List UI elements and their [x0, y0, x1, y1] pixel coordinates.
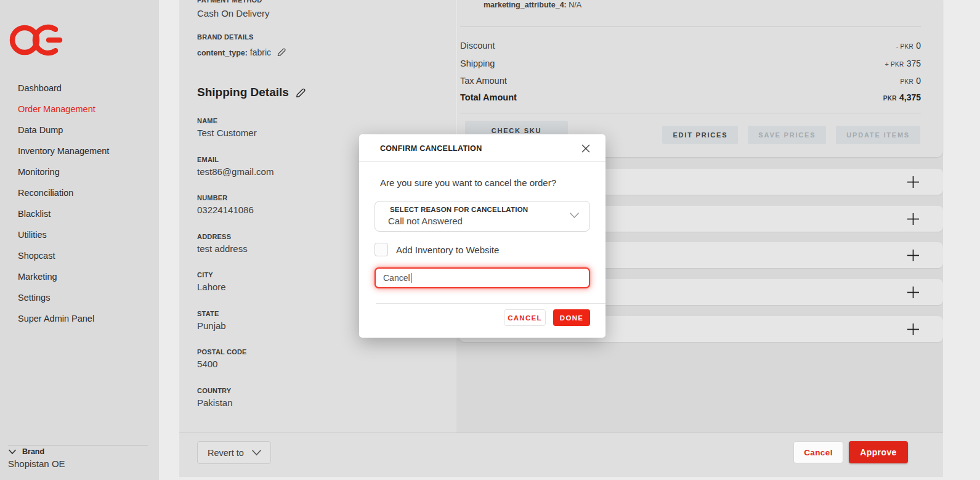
- oe-logo-icon: [8, 21, 65, 59]
- field-label: NUMBER: [197, 194, 254, 201]
- sidebar-item-reconciliation[interactable]: Reconciliation: [0, 182, 159, 203]
- currency-code: PKR: [900, 43, 913, 50]
- sidebar-item-inventory-management[interactable]: Inventory Management: [0, 140, 159, 161]
- confirm-cancellation-modal: CONFIRM CANCELLATION Are you sure you wa…: [359, 134, 605, 338]
- approve-order-button[interactable]: Approve: [849, 441, 908, 463]
- amount-value: 0: [916, 41, 921, 51]
- sidebar-divider: [8, 445, 148, 445]
- plus-icon[interactable]: [907, 249, 920, 262]
- brand-value: Shopistan OE: [8, 458, 65, 469]
- content-type-key: content_type:: [197, 49, 248, 57]
- add-inventory-row: Add Inventory to Website: [375, 243, 499, 256]
- content-type-value: fabric: [250, 47, 271, 57]
- modal-divider: [376, 303, 605, 304]
- summary-divider: [460, 26, 921, 27]
- update-items-button[interactable]: UPDATE ITEMS: [836, 126, 920, 144]
- sidebar-item-monitoring[interactable]: Monitoring: [0, 161, 159, 182]
- sidebar-item-blacklist[interactable]: Blacklist: [0, 203, 159, 224]
- brand-details-row: content_type: fabric: [197, 47, 286, 57]
- add-inventory-checkbox[interactable]: [375, 243, 388, 256]
- summary-label: Shipping: [460, 59, 495, 68]
- sidebar-item-order-management[interactable]: Order Management: [0, 99, 159, 120]
- currency-code: PKR: [900, 78, 913, 85]
- field-label: ADDRESS: [197, 233, 248, 240]
- field-number: NUMBER 03224141086: [197, 194, 254, 216]
- modal-done-button[interactable]: DONE: [553, 309, 590, 326]
- shipping-details-title: Shipping Details: [197, 86, 289, 99]
- field-state: STATE Punjab: [197, 310, 226, 332]
- plus-icon[interactable]: [907, 176, 920, 189]
- modal-cancel-button[interactable]: CANCEL: [504, 309, 546, 326]
- price-actions: EDIT PRICES SAVE PRICES UPDATE ITEMS: [662, 126, 920, 144]
- chevron-down-icon: [8, 449, 17, 455]
- field-label: STATE: [197, 310, 226, 317]
- brand-selector[interactable]: Brand: [8, 447, 44, 456]
- sidebar-item-utilities[interactable]: Utilities: [0, 224, 159, 245]
- modal-header: CONFIRM CANCELLATION: [359, 134, 605, 162]
- sidebar-item-data-dump[interactable]: Data Dump: [0, 120, 159, 140]
- currency-code: PKR: [891, 61, 904, 68]
- text-caret: [411, 273, 412, 283]
- field-value: Pakistan: [197, 397, 233, 408]
- plus-icon[interactable]: [907, 286, 920, 299]
- brand-label: Brand: [22, 447, 44, 456]
- close-icon[interactable]: [580, 143, 591, 154]
- field-address: ADDRESS test address: [197, 233, 248, 254]
- brand-details-label: BRAND DETAILS: [197, 33, 254, 41]
- marketing-attribute-row: marketing_attribute_4: N/A: [484, 1, 581, 9]
- sidebar-item-dashboard[interactable]: Dashboard: [0, 78, 159, 99]
- sidebar-item-settings[interactable]: Settings: [0, 287, 159, 308]
- amount-value: 0: [916, 76, 921, 86]
- revert-to-label: Revert to: [208, 448, 244, 458]
- amount-value: 4,375: [899, 92, 921, 102]
- field-country: COUNTRY Pakistan: [197, 387, 233, 409]
- edit-pencil-icon[interactable]: [294, 87, 306, 99]
- sidebar-item-super-admin-panel[interactable]: Super Admin Panel: [0, 308, 159, 329]
- field-value: 03224141086: [197, 205, 254, 215]
- edit-pencil-icon[interactable]: [276, 47, 286, 57]
- summary-row-discount: Discount -PKR0: [460, 41, 921, 51]
- summary-label: Total Amount: [460, 92, 517, 102]
- payment-method-label: PAYMENT METHOD: [197, 0, 262, 4]
- order-summary-card: marketing_attribute_4: N/A Discount -PKR…: [456, 0, 943, 157]
- chevron-down-icon: [569, 212, 580, 219]
- summary-row-shipping: Shipping +PKR375: [460, 59, 921, 68]
- marketing-attribute-key: marketing_attribute_4:: [484, 1, 567, 9]
- app-window: Dashboard Order Management Data Dump Inv…: [0, 0, 980, 480]
- summary-row-total: Total Amount PKR4,375: [460, 92, 921, 102]
- field-value: test address: [197, 243, 248, 254]
- plus-icon[interactable]: [907, 213, 920, 226]
- save-prices-button[interactable]: SAVE PRICES: [748, 126, 826, 144]
- revert-to-dropdown[interactable]: Revert to: [197, 441, 271, 464]
- sidebar-item-marketing[interactable]: Marketing: [0, 266, 159, 287]
- marketing-attribute-value: N/A: [569, 1, 581, 9]
- field-label: CITY: [197, 271, 226, 279]
- summary-label: Discount: [460, 41, 495, 51]
- cancel-order-button[interactable]: Cancel: [793, 441, 843, 463]
- field-label: NAME: [197, 117, 257, 124]
- sidebar-item-shopcast[interactable]: Shopcast: [0, 245, 159, 266]
- field-value: test86@gmail.com: [197, 166, 273, 177]
- plus-icon[interactable]: [907, 323, 920, 336]
- field-city: CITY Lahore: [197, 271, 226, 293]
- summary-row-tax: Tax Amount PKR0: [460, 76, 921, 86]
- edit-prices-button[interactable]: EDIT PRICES: [662, 126, 738, 144]
- currency-code: PKR: [883, 95, 897, 102]
- confirmation-question: Are you sure you want to cancel the orde…: [380, 177, 556, 188]
- field-value: Punjab: [197, 320, 226, 331]
- chevron-down-icon: [251, 449, 262, 456]
- shipping-details-heading: Shipping Details: [197, 86, 306, 99]
- summary-divider: [460, 113, 921, 113]
- modal-title: CONFIRM CANCELLATION: [380, 144, 482, 153]
- field-label: EMAIL: [197, 156, 273, 163]
- summary-label: Tax Amount: [460, 76, 507, 86]
- amount-sign: +: [885, 60, 888, 68]
- cancellation-note-input[interactable]: Cancel: [375, 267, 590, 288]
- add-inventory-label: Add Inventory to Website: [396, 245, 499, 255]
- payment-method-value: Cash On Delivery: [197, 8, 270, 18]
- field-name: NAME Test Customer: [197, 117, 257, 139]
- field-value: 5400: [197, 359, 217, 369]
- field-label: POSTAL CODE: [197, 348, 247, 356]
- cancellation-reason-select[interactable]: SELECT REASON FOR CANCELLATION Call not …: [375, 201, 590, 232]
- reason-select-value: Call not Answered: [388, 216, 463, 226]
